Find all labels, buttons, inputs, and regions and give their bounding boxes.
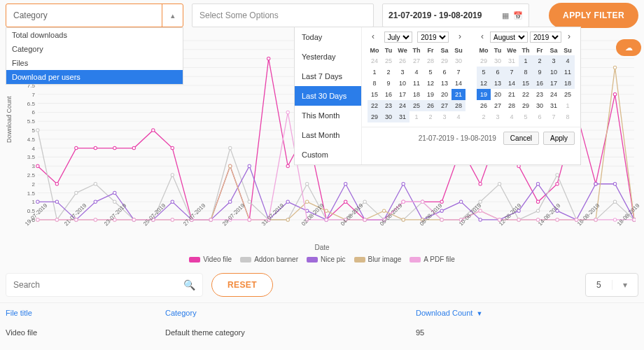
calendar-day[interactable]: 25 <box>382 55 396 66</box>
calendar-day[interactable]: 29 <box>519 100 533 111</box>
calendar-day[interactable]: 1 <box>368 66 382 78</box>
table-row[interactable]: Video fileDefault theme category95 <box>0 323 644 342</box>
calendar-day[interactable]: 27 <box>491 100 505 111</box>
calendar-day[interactable]: 17 <box>547 78 561 89</box>
chevron-right-icon[interactable]: › <box>564 31 575 43</box>
col-file-title[interactable]: File title <box>6 309 165 317</box>
legend-item[interactable]: Addon banner <box>240 255 298 263</box>
calendar-day[interactable]: 17 <box>396 89 410 100</box>
calendar-day[interactable]: 28 <box>451 100 465 111</box>
calendar-day[interactable]: 10 <box>396 78 410 89</box>
calendar-day[interactable]: 1 <box>410 111 424 122</box>
calendar-day[interactable]: 5 <box>477 66 491 78</box>
calendar-day[interactable]: 5 <box>424 66 438 78</box>
export-cloud-button[interactable]: ☁ <box>616 39 641 56</box>
calendar-day[interactable]: 13 <box>491 78 505 89</box>
calendar-day[interactable]: 27 <box>438 100 451 111</box>
calendar-day[interactable]: 3 <box>396 66 410 78</box>
month-select-right[interactable]: August <box>490 31 528 43</box>
calendar-day[interactable]: 25 <box>561 89 575 100</box>
page-size-select[interactable]: 5 ▾ <box>585 273 638 297</box>
preset-range-item[interactable]: Last 30 Days <box>295 86 361 106</box>
calendar-day[interactable]: 6 <box>438 66 451 78</box>
calendar-day[interactable]: 24 <box>368 55 382 66</box>
search-input[interactable] <box>13 280 183 290</box>
calendar-day[interactable]: 15 <box>368 89 382 100</box>
calendar-day[interactable]: 2 <box>477 111 491 122</box>
calendar-right[interactable]: ‹ August 2019 › MoTuWeThFrSaSu2930311234… <box>471 27 580 127</box>
reset-button[interactable]: RESET <box>211 273 273 297</box>
legend-item[interactable]: Blur image <box>354 255 402 263</box>
calendar-day[interactable]: 24 <box>396 100 410 111</box>
chevron-left-icon[interactable]: ‹ <box>368 31 379 43</box>
calendar-day[interactable]: 21 <box>505 89 519 100</box>
calendar-day[interactable]: 11 <box>561 66 575 78</box>
calendar-day[interactable]: 29 <box>477 55 491 66</box>
calendar-day[interactable]: 19 <box>477 89 491 100</box>
calendar-day[interactable]: 2 <box>382 66 396 78</box>
calendar-day[interactable]: 6 <box>491 66 505 78</box>
apply-filter-button[interactable]: APPLY FILTER <box>549 3 638 28</box>
calendar-day[interactable]: 20 <box>491 89 505 100</box>
calendar-day[interactable]: 31 <box>547 100 561 111</box>
calendar-day[interactable]: 3 <box>547 55 561 66</box>
year-select-right[interactable]: 2019 <box>530 31 561 43</box>
calendar-day[interactable]: 14 <box>451 78 465 89</box>
chevron-right-icon[interactable]: › <box>454 31 465 43</box>
calendar-day[interactable]: 11 <box>410 78 424 89</box>
calendar-left[interactable]: ‹ July 2019 › MoTuWeThFrSaSu242526272829… <box>362 27 471 127</box>
legend-item[interactable]: Nice pic <box>307 255 346 263</box>
calendar-day[interactable]: 18 <box>561 78 575 89</box>
calendar-day[interactable]: 5 <box>519 111 533 122</box>
calendar-day[interactable]: 1 <box>561 100 575 111</box>
calendar-day[interactable]: 9 <box>533 66 547 78</box>
preset-range-item[interactable]: Today <box>295 27 361 47</box>
calendar-day[interactable]: 25 <box>410 100 424 111</box>
calendar-day[interactable]: 2 <box>424 111 438 122</box>
calendar-day[interactable]: 13 <box>438 78 451 89</box>
preset-range-item[interactable]: Last 7 Days <box>295 66 361 86</box>
calendar-day[interactable]: 30 <box>382 111 396 122</box>
calendar-day[interactable]: 4 <box>561 55 575 66</box>
month-select-left[interactable]: July <box>384 31 412 43</box>
calendar-day[interactable]: 8 <box>519 66 533 78</box>
legend-item[interactable]: A PDF file <box>410 255 454 263</box>
calendar-day[interactable]: 28 <box>505 100 519 111</box>
calendar-day[interactable]: 29 <box>438 55 451 66</box>
calendar-day[interactable]: 23 <box>382 100 396 111</box>
calendar-day[interactable]: 4 <box>505 111 519 122</box>
calendar-day[interactable]: 7 <box>547 111 561 122</box>
calendar-day[interactable]: 1 <box>519 55 533 66</box>
calendar-day[interactable]: 22 <box>519 89 533 100</box>
apply-button[interactable]: Apply <box>543 132 575 145</box>
calendar-day[interactable]: 28 <box>424 55 438 66</box>
calendar-day[interactable]: 7 <box>451 66 465 78</box>
calendar-day[interactable]: 10 <box>547 66 561 78</box>
calendar-day[interactable]: 4 <box>451 111 465 122</box>
calendar-day[interactable]: 9 <box>382 78 396 89</box>
search-box[interactable]: 🔍 <box>6 273 203 297</box>
calendar-day[interactable]: 18 <box>410 89 424 100</box>
category-option[interactable]: Files <box>6 56 183 70</box>
preset-range-item[interactable]: Last Month <box>295 125 361 145</box>
calendar-day[interactable]: 7 <box>505 66 519 78</box>
calendar-day[interactable]: 30 <box>451 55 465 66</box>
calendar-day[interactable]: 24 <box>547 89 561 100</box>
col-download-count[interactable]: Download Count ▼ <box>416 309 626 317</box>
calendar-day[interactable]: 20 <box>438 89 451 100</box>
calendar-day[interactable]: 26 <box>396 55 410 66</box>
category-option[interactable]: Download per users <box>6 70 183 84</box>
calendar-day[interactable]: 22 <box>368 100 382 111</box>
category-dropdown[interactable]: Category ▴ Total downloadsCategoryFilesD… <box>6 4 183 27</box>
calendar-day[interactable]: 4 <box>410 66 424 78</box>
date-range-field[interactable] <box>388 10 486 20</box>
calendar-day[interactable]: 19 <box>424 89 438 100</box>
calendar-day[interactable]: 15 <box>519 78 533 89</box>
multiselect-options[interactable]: Select Some Options <box>192 4 374 27</box>
calendar-day[interactable]: 30 <box>533 100 547 111</box>
preset-range-item[interactable]: Yesterday <box>295 47 361 66</box>
calendar-day[interactable]: 21 <box>451 89 465 100</box>
year-select-left[interactable]: 2019 <box>417 31 449 43</box>
calendar-day[interactable]: 3 <box>491 111 505 122</box>
calendar-day[interactable]: 16 <box>382 89 396 100</box>
